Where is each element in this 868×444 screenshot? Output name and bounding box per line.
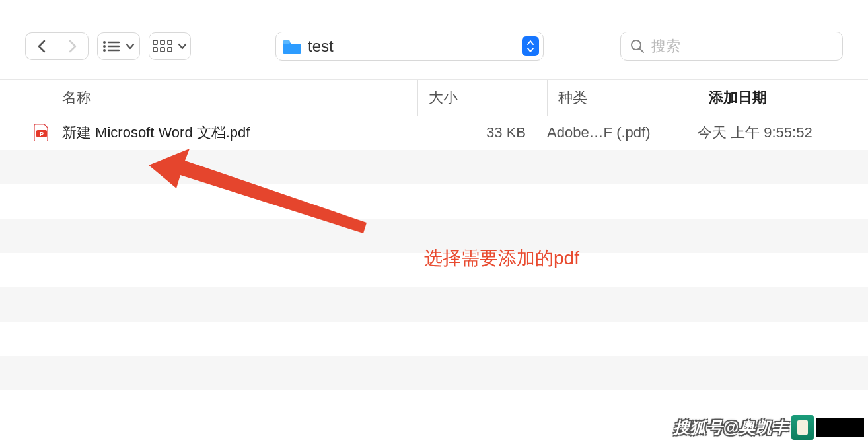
svg-line-14: [640, 49, 644, 53]
svg-rect-8: [168, 40, 172, 44]
file-row[interactable]: P 新建 Microsoft Word 文档.pdf 33 KB Adobe…F…: [0, 116, 868, 150]
file-date: 今天 上午 9:55:52: [687, 123, 868, 143]
svg-point-0: [103, 41, 106, 44]
watermark: 搜狐号@奥凯丰: [674, 415, 864, 440]
column-headers: 名称 大小 种类 添加日期: [0, 80, 868, 116]
nav-group: [25, 32, 89, 60]
file-kind: Adobe…F (.pdf): [536, 124, 687, 141]
svg-point-2: [103, 45, 106, 48]
column-header-kind[interactable]: 种类: [547, 80, 698, 116]
column-header-size[interactable]: 大小: [417, 80, 547, 116]
location-text: test: [308, 37, 522, 56]
toolbar: test: [0, 0, 868, 73]
file-size: 33 KB: [417, 124, 536, 141]
location-dropdown[interactable]: test: [275, 32, 544, 61]
file-list: P 新建 Microsoft Word 文档.pdf 33 KB Adobe…F…: [0, 116, 868, 425]
chevron-left-icon: [37, 40, 46, 53]
grid-group-icon: [153, 40, 172, 53]
svg-rect-10: [161, 48, 164, 52]
file-name: 新建 Microsoft Word 文档.pdf: [62, 123, 417, 143]
watermark-redaction: [816, 418, 864, 437]
column-header-name[interactable]: 名称: [62, 88, 417, 108]
column-header-date[interactable]: 添加日期: [698, 80, 868, 116]
watermark-text: 搜狐号@奥凯丰: [674, 417, 789, 438]
pdf-file-icon: P: [33, 124, 50, 141]
search-icon: [630, 39, 645, 54]
svg-rect-9: [153, 48, 157, 52]
search-box[interactable]: [620, 32, 843, 61]
search-input[interactable]: [651, 38, 833, 55]
svg-text:P: P: [40, 131, 44, 137]
svg-rect-11: [168, 48, 172, 52]
svg-point-4: [103, 49, 106, 52]
folder-icon: [283, 39, 301, 54]
group-mode-button[interactable]: [149, 32, 192, 60]
list-view-icon: [102, 40, 120, 53]
svg-rect-7: [161, 40, 164, 44]
chevron-down-icon: [126, 43, 135, 50]
chevron-right-icon: [68, 40, 77, 53]
view-mode-button[interactable]: [97, 32, 140, 60]
svg-rect-6: [153, 40, 157, 44]
back-button[interactable]: [25, 32, 57, 60]
chevron-down-icon: [178, 43, 187, 50]
watermark-icon: [791, 415, 814, 440]
forward-button[interactable]: [57, 32, 89, 60]
dropdown-stepper-icon: [522, 36, 539, 56]
svg-rect-12: [283, 40, 290, 44]
